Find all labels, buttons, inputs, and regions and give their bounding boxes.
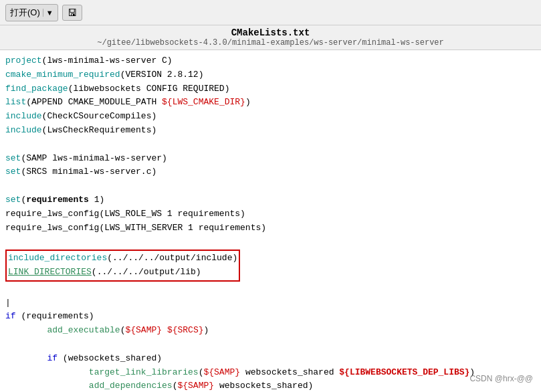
file-path: ~/gitee/libwebsockets-4.3.0/minimal-exam… xyxy=(0,38,541,47)
code-line: project(lws-minimal-ws-server C) xyxy=(5,54,536,68)
code-line: include(LwsCheckRequirements) xyxy=(5,124,536,138)
code-line: add_executable(${SAMP} ${SRCS}) xyxy=(5,324,536,338)
code-line xyxy=(5,179,536,193)
code-line: if (requirements) xyxy=(5,310,536,324)
code-line xyxy=(5,235,536,249)
code-line-highlight-2: LINK_DIRECTORIES(../../../output/lib) xyxy=(8,266,237,280)
code-line: target_link_libraries(${SAMP} websockets… xyxy=(5,366,536,380)
app-container: 打开(O) ▼ 🖫 CMakeLists.txt ~/gitee/libwebs… xyxy=(0,0,541,390)
code-line: set(requirements 1) xyxy=(5,193,536,207)
file-name: CMakeLists.txt xyxy=(0,27,541,38)
code-line xyxy=(5,138,536,152)
title-bar: CMakeLists.txt ~/gitee/libwebsockets-4.3… xyxy=(0,25,541,50)
code-line xyxy=(5,282,536,296)
cursor-line: | xyxy=(5,296,536,310)
code-editor[interactable]: project(lws-minimal-ws-server C) cmake_m… xyxy=(0,50,541,390)
code-line: find_package(libwebsockets CONFIG REQUIR… xyxy=(5,82,536,96)
code-line: cmake_minimum_required(VERSION 2.8.12) xyxy=(5,68,536,82)
code-line: list(APPEND CMAKE_MODULE_PATH ${LWS_CMAK… xyxy=(5,96,536,110)
code-line: set(SAMP lws-minimal-ws-server) xyxy=(5,152,536,166)
save-button[interactable]: 🖫 xyxy=(62,5,82,21)
code-line: if (websockets_shared) xyxy=(5,352,536,366)
code-line-highlight-1: include_directories(../../../output/incl… xyxy=(8,252,237,266)
code-line xyxy=(5,338,536,352)
open-button[interactable]: 打开(O) ▼ xyxy=(5,4,58,21)
watermark: CSDN @hrx-@@ xyxy=(469,373,533,385)
code-line: set(SRCS minimal-ws-server.c) xyxy=(5,165,536,179)
chevron-down-icon: ▼ xyxy=(43,9,53,17)
code-line: include(CheckCSourceCompiles) xyxy=(5,110,536,124)
save-icon: 🖫 xyxy=(68,7,77,18)
code-line: require_lws_config(LWS_ROLE_WS 1 require… xyxy=(5,207,536,221)
code-line: add_dependencies(${SAMP} websockets_shar… xyxy=(5,379,536,390)
open-label: 打开(O) xyxy=(10,7,40,19)
toolbar: 打开(O) ▼ 🖫 xyxy=(0,0,541,25)
code-line: require_lws_config(LWS_WITH_SERVER 1 req… xyxy=(5,221,536,235)
